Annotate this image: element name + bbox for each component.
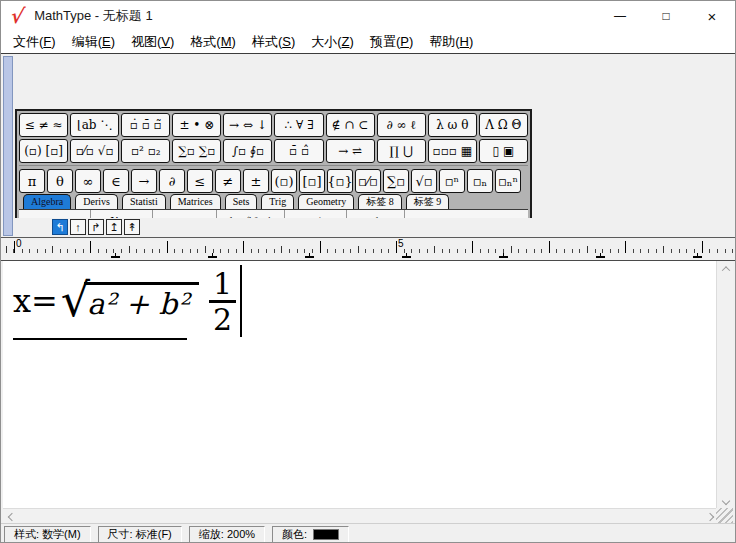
tab-stop-marker[interactable] (208, 253, 217, 258)
menu-item-z[interactable]: 大小(Z) (303, 33, 362, 51)
ruler-label-5: 5 (398, 238, 404, 249)
horizontal-scrollbar[interactable] (3, 508, 718, 523)
toolbar-divider (19, 165, 528, 168)
palette-matrix-templates[interactable]: ▫▫▫ ▦ (428, 139, 477, 163)
menu-item-f[interactable]: 文件(F) (5, 33, 64, 51)
text-cursor (240, 265, 242, 337)
quick-symbol-button-6[interactable]: ∂ (159, 169, 185, 193)
tab-custom-8[interactable]: 标签 8 (358, 194, 402, 209)
status-size: 尺寸: 标准(F) (98, 526, 182, 543)
insertion-style-bar: ↰↑↱↥↟ (1, 218, 735, 237)
quick-symbol-button-13[interactable]: ▫⁄▫ (355, 169, 381, 193)
status-color: 颜色: (272, 526, 349, 543)
insert-style-button-3[interactable]: ↱ (88, 219, 104, 235)
insert-style-button-1[interactable]: ↰ (52, 219, 68, 235)
quick-symbol-button-5[interactable]: → (131, 169, 157, 193)
mathtype-window: √ MathType - 无标题 1 — □ × 文件(F)编辑(E)视图(V)… (0, 0, 736, 543)
ruler: 05 (1, 237, 735, 253)
equation-editing-area[interactable]: x= √ a² + b² 1 2 (3, 261, 718, 508)
toolbar-drag-handle[interactable] (3, 56, 13, 236)
equation-fraction: 1 2 (209, 267, 236, 336)
palette-relational-symbols[interactable]: ≤ ≠ ≈ (19, 113, 68, 137)
palette-box-templates[interactable]: ▯ ▣ (479, 139, 528, 163)
tab-algebra[interactable]: Algebra (23, 194, 71, 209)
palette-script-templates[interactable]: ▫² ▫₂ (121, 139, 170, 163)
scroll-down-button[interactable] (717, 493, 734, 508)
tab-stop-marker[interactable] (111, 253, 120, 258)
mathtype-logo-icon: √ (9, 6, 26, 26)
chevron-up-icon (721, 266, 729, 274)
quick-symbol-button-17[interactable]: ▫ₙ (467, 169, 493, 193)
quick-symbol-button-12[interactable]: {▫} (327, 169, 353, 193)
scroll-left-button[interactable] (3, 509, 20, 524)
tab-sets[interactable]: Sets (225, 194, 258, 209)
palette-labeled-arrow-templates[interactable]: → ⇌ (326, 139, 375, 163)
quick-symbol-button-7[interactable]: ≤ (187, 169, 213, 193)
quick-symbol-bar: πθ∞∈→∂≤≠±(▫)[▫]{▫}▫⁄▫∑▫√▫▫ⁿ▫ₙ▫ₙⁿ (19, 169, 528, 193)
palette-greek-lowercase[interactable]: λ ω θ (428, 113, 477, 137)
menu-item-v[interactable]: 视图(V) (123, 33, 182, 51)
palette-arrow-symbols[interactable]: → ⇔ ↓ (223, 113, 272, 137)
vertical-scrollbar[interactable] (716, 261, 733, 508)
resize-grip-icon[interactable] (716, 508, 733, 523)
ruler-label-0: 0 (16, 238, 22, 249)
tab-matrices[interactable]: Matrices (170, 194, 221, 209)
status-color-label: 颜色: (282, 527, 307, 542)
menu-item-h[interactable]: 帮助(H) (421, 33, 481, 51)
palette-greek-uppercase[interactable]: Λ Ω Θ (479, 113, 528, 137)
quick-symbol-button-10[interactable]: (▫) (271, 169, 297, 193)
close-button[interactable]: × (689, 1, 735, 31)
palette-misc-symbols[interactable]: ∂ ∞ ℓ (377, 113, 426, 137)
tab-stop-marker[interactable] (402, 253, 411, 258)
palette-fence-templates[interactable]: (▫) [▫] (19, 139, 68, 163)
palette-logic-symbols[interactable]: ∴ ∀ ∃ (274, 113, 323, 137)
status-zoom: 缩放: 200% (189, 526, 265, 543)
quick-symbol-button-15[interactable]: √▫ (411, 169, 437, 193)
palette-bar-arrow-templates[interactable]: ▫̄ ▫̂ (274, 139, 323, 163)
tab-stop-well (1, 253, 735, 261)
tab-trig[interactable]: Trig (261, 194, 294, 209)
quick-symbol-button-3[interactable]: ∞ (75, 169, 101, 193)
menu-item-s[interactable]: 样式(S) (244, 33, 303, 51)
quick-symbol-button-9[interactable]: ± (243, 169, 269, 193)
palette-integral-templates[interactable]: ∫▫ ∮▫ (223, 139, 272, 163)
palette-product-union-templates[interactable]: ∏ ⋃ (377, 139, 426, 163)
palette-summation-templates[interactable]: ∑▫ ∑▫ (172, 139, 221, 163)
insert-style-button-4[interactable]: ↥ (106, 219, 122, 235)
menu-item-e[interactable]: 编辑(E) (64, 33, 123, 51)
quick-symbol-button-2[interactable]: θ (47, 169, 73, 193)
chevron-down-icon (721, 496, 729, 504)
palette-operator-symbols[interactable]: ± • ⊗ (172, 113, 221, 137)
quick-symbol-button-14[interactable]: ∑▫ (383, 169, 409, 193)
scroll-up-button[interactable] (717, 261, 734, 276)
tab-geometry[interactable]: Geometry (298, 194, 354, 209)
insert-style-button-2[interactable]: ↑ (70, 219, 86, 235)
tab-stop-marker[interactable] (693, 253, 702, 258)
tab-stop-marker[interactable] (596, 253, 605, 258)
quick-symbol-button-11[interactable]: [▫] (299, 169, 325, 193)
quick-symbol-button-4[interactable]: ∈ (103, 169, 129, 193)
tab-stop-marker[interactable] (499, 253, 508, 258)
tab-statistics[interactable]: Statisti (122, 194, 166, 209)
statusbar: 样式: 数学(M) 尺寸: 标准(F) 缩放: 200% 颜色: (1, 523, 735, 543)
palette-spacing-ellipses[interactable]: ⌊ab ⋱ (70, 113, 119, 137)
quick-symbol-button-1[interactable]: π (19, 169, 45, 193)
radicand: a² + b² (84, 282, 199, 321)
menu-item-p[interactable]: 预置(P) (362, 33, 421, 51)
tab-derivs[interactable]: Derivs (75, 194, 118, 209)
palette-embellishments[interactable]: ▫̇ ▫̄ ▫̃ (121, 113, 170, 137)
maximize-button[interactable]: □ (643, 1, 689, 31)
palette-set-theory-symbols[interactable]: ∉ ∩ ⊂ (326, 113, 375, 137)
insert-style-button-5[interactable]: ↟ (124, 219, 140, 235)
titlebar: √ MathType - 无标题 1 — □ × (1, 1, 735, 31)
fraction-numerator: 1 (209, 267, 236, 303)
equation-radical: √ a² + b² (61, 279, 199, 323)
menu-item-m[interactable]: 格式(M) (182, 33, 244, 51)
tab-custom-9[interactable]: 标签 9 (406, 194, 450, 209)
minimize-button[interactable]: — (597, 1, 643, 31)
quick-symbol-button-8[interactable]: ≠ (215, 169, 241, 193)
palette-fraction-radical-templates[interactable]: ▫⁄▫ √▫ (70, 139, 119, 163)
quick-symbol-button-18[interactable]: ▫ₙⁿ (495, 169, 521, 193)
tab-stop-marker[interactable] (305, 253, 314, 258)
quick-symbol-button-16[interactable]: ▫ⁿ (439, 169, 465, 193)
